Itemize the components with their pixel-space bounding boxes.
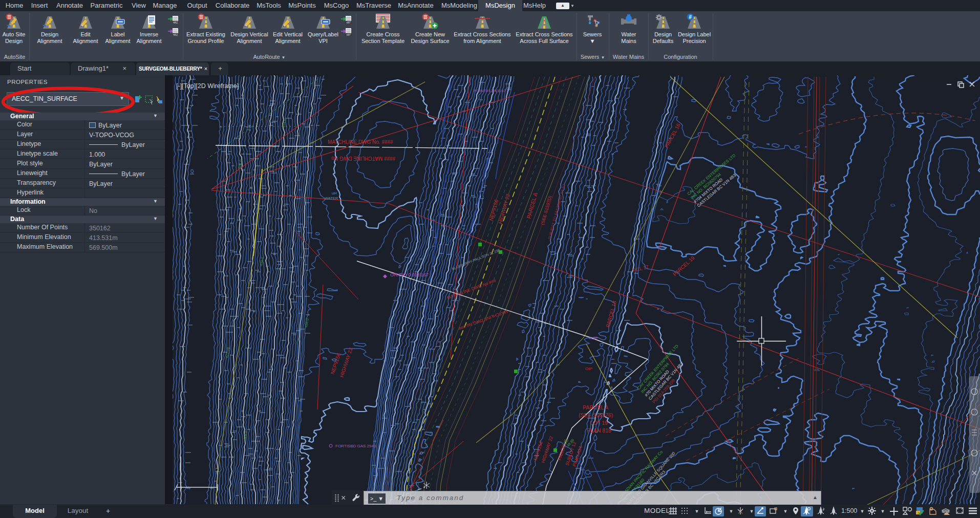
svg-text:PARCEL A: PARCEL A bbox=[583, 404, 608, 411]
svg-text:OIP: OIP bbox=[585, 366, 592, 371]
svg-text:HRZ: HRZ bbox=[173, 34, 178, 36]
svg-text:VRT: VRT bbox=[346, 34, 351, 36]
svg-text:uH: uH bbox=[332, 191, 337, 196]
svg-text:#: # bbox=[689, 14, 692, 20]
svg-text:#### MATCHLINE DWG No: #### MATCHLINE DWG No bbox=[331, 156, 395, 161]
svg-text:FORTISBD GAS 2943: FORTISBD GAS 2943 bbox=[335, 444, 376, 448]
svg-text:(SEE S15976): (SEE S15976) bbox=[579, 412, 613, 418]
svg-text:ORIGIO 0.032/167: ORIGIO 0.032/167 bbox=[390, 272, 429, 277]
svg-text:WATER: WATER bbox=[325, 196, 338, 201]
svg-text:POINT#12 K31677: POINT#12 K31677 bbox=[474, 89, 508, 93]
svg-text:VRT: VRT bbox=[346, 21, 351, 24]
svg-text:PLAN 818: PLAN 818 bbox=[587, 427, 611, 434]
svg-text:LOT 19: LOT 19 bbox=[590, 420, 608, 426]
svg-text:HRZ: HRZ bbox=[173, 21, 178, 24]
svg-text:#UIP: #UIP bbox=[589, 336, 598, 340]
svg-text:MATCHLINE DWG No. ####: MATCHLINE DWG No. #### bbox=[328, 139, 393, 145]
svg-text:[-][Top][2D Wireframe]: [-][Top][2D Wireframe] bbox=[176, 82, 239, 90]
